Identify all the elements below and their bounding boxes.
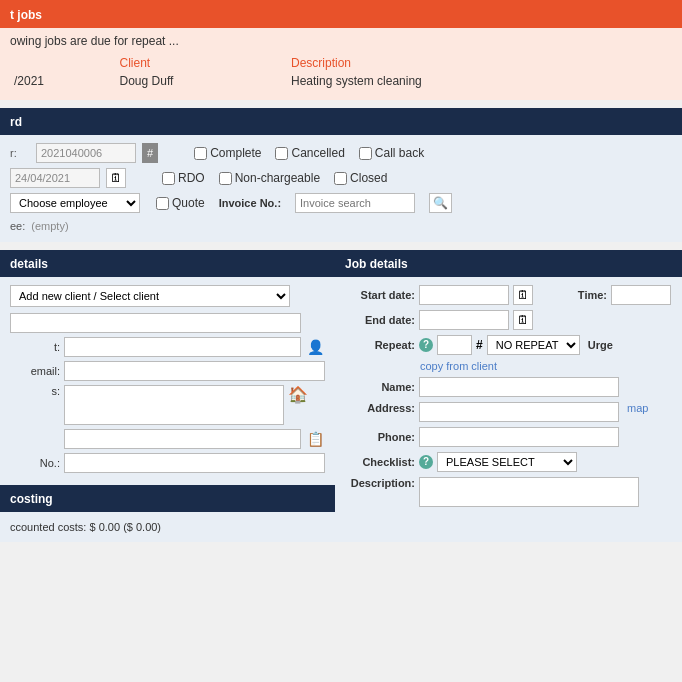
end-date-input[interactable]: [419, 310, 509, 330]
costing-text: ccounted costs: $ 0.00 ($ 0.00): [10, 521, 161, 533]
free-label: ee:: [10, 220, 25, 232]
start-date-input[interactable]: [419, 285, 509, 305]
client-details-body: Add new client / Select client t: 👤 emai…: [0, 277, 335, 485]
person-icon: 👤: [305, 339, 325, 355]
name-label: Name:: [345, 381, 415, 393]
postcode-input[interactable]: [64, 429, 301, 449]
hash-button[interactable]: #: [142, 143, 158, 163]
cancelled-label: Cancelled: [291, 146, 344, 160]
record-title: rd: [10, 115, 22, 129]
col-description: Description: [287, 54, 672, 72]
description-label: Description:: [345, 477, 415, 489]
copy-from-client-link[interactable]: copy from client: [420, 360, 497, 372]
quote-label: Quote: [172, 196, 205, 210]
quote-checkbox[interactable]: [156, 197, 169, 210]
job-details-title: Job details: [345, 257, 408, 271]
start-date-calendar[interactable]: 🗓: [513, 285, 533, 305]
checklist-label: Checklist:: [345, 456, 415, 468]
repeat-jobs-table: Client Description /2021 Doug Duff Heati…: [10, 54, 672, 90]
closed-checkbox[interactable]: [334, 172, 347, 185]
nonchargeable-checkbox[interactable]: [219, 172, 232, 185]
start-date-label: Start date:: [345, 289, 415, 301]
costing-title: costing: [10, 492, 53, 506]
nonchargeable-label: Non-chargeable: [235, 171, 320, 185]
invoice-search-button[interactable]: 🔍: [429, 193, 452, 213]
costing-header: costing: [0, 485, 335, 512]
repeat-label: Repeat:: [345, 339, 415, 351]
record-body: r: # Complete Cancelled Call back: [0, 135, 682, 242]
repeat-jobs-body: owing jobs are due for repeat ... Client…: [0, 28, 682, 100]
rdo-checkbox[interactable]: [162, 172, 175, 185]
phone-input[interactable]: [419, 427, 619, 447]
no-label: No.:: [10, 457, 60, 469]
postcode-icon: 📋: [305, 431, 325, 447]
t-label: t:: [10, 341, 60, 353]
name-input[interactable]: [419, 377, 619, 397]
checklist-select[interactable]: PLEASE SELECT: [437, 452, 577, 472]
complete-label: Complete: [210, 146, 261, 160]
client-details-title: details: [10, 257, 48, 271]
checklist-help-icon[interactable]: ?: [419, 455, 433, 469]
repeat-jobs-title: t jobs: [10, 8, 42, 22]
email-input[interactable]: [64, 361, 325, 381]
map-link[interactable]: map: [627, 402, 648, 414]
table-row: /2021 Doug Duff Heating system cleaning: [10, 72, 672, 90]
callback-label: Call back: [375, 146, 424, 160]
col-client: Client: [116, 54, 288, 72]
complete-checkbox[interactable]: [194, 147, 207, 160]
date-input[interactable]: [10, 168, 100, 188]
id-label: r:: [10, 147, 30, 159]
address-textarea[interactable]: [64, 385, 284, 425]
client-details-header: details: [0, 250, 335, 277]
callback-checkbox[interactable]: [359, 147, 372, 160]
rdo-label: RDO: [178, 171, 205, 185]
email-label: email:: [10, 365, 60, 377]
phone-label: Phone:: [345, 431, 415, 443]
urge-label: Urge: [588, 339, 613, 351]
repeat-hash: #: [476, 338, 483, 352]
end-date-calendar[interactable]: 🗓: [513, 310, 533, 330]
repeat-num-input[interactable]: [437, 335, 472, 355]
col-date: [10, 54, 116, 72]
time-input[interactable]: [611, 285, 671, 305]
description-textarea[interactable]: [419, 477, 639, 507]
empty-text: (empty): [31, 220, 68, 232]
invoice-search-input[interactable]: [295, 193, 415, 213]
address-icon: 🏠: [288, 385, 308, 404]
closed-label: Closed: [350, 171, 387, 185]
t-input[interactable]: [64, 337, 301, 357]
end-date-label: End date:: [345, 314, 415, 326]
job-details-body: Start date: 🗓 Time: End date: 🗓 Repeat: …: [335, 277, 682, 520]
record-header: rd: [0, 108, 682, 135]
client-select[interactable]: Add new client / Select client: [10, 285, 290, 307]
row-description: Heating system cleaning: [287, 72, 672, 90]
no-input[interactable]: [64, 453, 325, 473]
repeat-jobs-subtitle: owing jobs are due for repeat ...: [10, 34, 672, 48]
cancelled-checkbox[interactable]: [275, 147, 288, 160]
address-label: Address:: [345, 402, 415, 414]
client-field-1[interactable]: [10, 313, 301, 333]
repeat-jobs-header: t jobs: [0, 0, 682, 28]
row-date: /2021: [10, 72, 116, 90]
job-details-header: Job details: [335, 250, 682, 277]
costing-body: ccounted costs: $ 0.00 ($ 0.00): [0, 512, 335, 542]
record-id-input[interactable]: [36, 143, 136, 163]
repeat-select[interactable]: NO REPEAT DAILY WEEKLY MONTHLY YEARLY: [487, 335, 580, 355]
employee-select[interactable]: Choose employee: [10, 193, 140, 213]
s-label: s:: [10, 385, 60, 397]
address-input[interactable]: [419, 402, 619, 422]
row-client: Doug Duff: [116, 72, 288, 90]
time-label: Time:: [537, 289, 607, 301]
calendar-button[interactable]: 🗓: [106, 168, 126, 188]
invoice-no-label: Invoice No.:: [219, 197, 281, 209]
repeat-help-icon[interactable]: ?: [419, 338, 433, 352]
